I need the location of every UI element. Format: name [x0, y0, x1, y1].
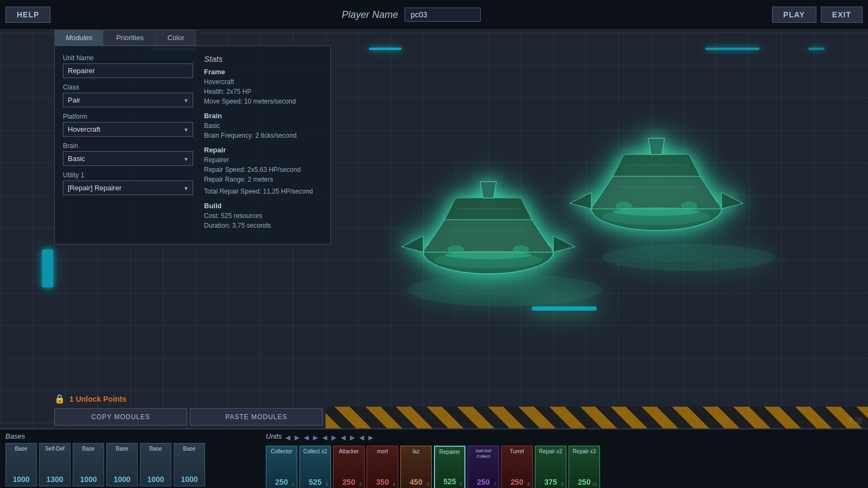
unit-card-laz-value: 450 [410, 478, 422, 486]
stat-frame-sub: Hovercraft [204, 77, 322, 87]
nav-arrow-left-3[interactable]: ◀ [321, 434, 328, 441]
unit-name-label: Unit Name [63, 54, 193, 62]
unlock-bar: 🔒 1 Unlock Points [54, 394, 126, 404]
unit-card-mort-value: 350 [376, 478, 388, 486]
svg-marker-4 [480, 182, 496, 198]
base-card-2-value: 1300 [46, 475, 63, 484]
unit-card-repairer-label: Repairer [439, 449, 460, 455]
unit-card-collector[interactable]: Collector 250 1 [266, 446, 297, 488]
unit-card-repairer-value: 525 [443, 477, 456, 486]
unit-card-collectx2-label: Collect x2 [303, 448, 327, 455]
stat-repair-speed: Repair Speed: 2x5,63 HP/second [204, 165, 322, 175]
tab-color[interactable]: Color [156, 30, 196, 46]
exit-button[interactable]: EXIT [821, 7, 863, 23]
stat-repair-total: Total Repair Speed: 11,25 HP/second [204, 187, 322, 196]
play-button[interactable]: PLAY [772, 7, 816, 23]
stat-brain: Brain Basic Brain Frequency: 2 ticks/sec… [204, 112, 322, 140]
base-card-5[interactable]: Base 1000 [140, 443, 171, 486]
nav-arrow-left-4[interactable]: ◀ [340, 434, 347, 441]
platform-label: Platform [63, 113, 193, 120]
unit-card-laz[interactable]: laz 450 5 [400, 446, 432, 488]
tab-modules[interactable]: Modules [54, 30, 104, 46]
base-card-4-value: 1000 [113, 475, 130, 484]
units-cards-row: Collector 250 1 Collect x2 525 2 Attacke… [266, 446, 863, 488]
paste-modules-button[interactable]: PASTE MODULES [190, 408, 323, 426]
unit-card-collector-index: 1 [292, 481, 295, 487]
unit-card-repairx3[interactable]: Repair x3 250 10 [569, 446, 600, 488]
help-button[interactable]: HELP [5, 7, 50, 23]
class-select-wrapper: Pair Single Triple [63, 93, 193, 107]
form-panel: Unit Name Class Pair Single Triple Platf… [54, 46, 331, 245]
nav-arrow-left-2[interactable]: ◀ [303, 434, 310, 441]
unit-card-repairer-index: 6 [459, 481, 462, 486]
unit-card-laz-label: laz [413, 448, 420, 455]
stat-brain-sub: Basic [204, 121, 322, 131]
nav-arrow-right-4[interactable]: ▶ [349, 434, 356, 441]
base-card-1[interactable]: Base 1000 [5, 443, 37, 486]
svg-point-25 [681, 202, 697, 210]
unit-card-selfdef[interactable]: Self-Def Collect 250 7 [468, 446, 499, 488]
svg-marker-6 [553, 236, 575, 252]
svg-point-27 [602, 244, 776, 271]
unit-card-mort-index: 4 [393, 481, 395, 487]
stat-repair-range: Repair Range: 2 meters [204, 175, 322, 184]
nav-arrow-left-5[interactable]: ◀ [358, 434, 365, 441]
platform-select[interactable]: Hovercraft Tank Drone [63, 122, 193, 137]
svg-marker-1 [423, 220, 553, 252]
unit-card-mort[interactable]: mort 350 4 [367, 446, 398, 488]
unit-card-turret[interactable]: Turret 250 8 [501, 446, 533, 488]
hovercraft-preview [353, 57, 841, 355]
unit-card-collectx2-value: 525 [309, 478, 321, 486]
base-card-6[interactable]: Base 1000 [174, 443, 205, 486]
top-bar-right: PLAY EXIT [772, 7, 863, 23]
unit-card-attacker[interactable]: Attacker 250 3 [333, 446, 365, 488]
unit-card-collectx2[interactable]: Collect x2 525 2 [299, 446, 331, 488]
preview-area [326, 30, 868, 428]
brain-select[interactable]: Basic Advanced [63, 151, 193, 166]
top-bar: HELP Player Name PLAY EXIT [0, 0, 868, 30]
base-card-4[interactable]: Base 1000 [106, 443, 138, 486]
nav-arrow-left-1[interactable]: ◀ [284, 434, 291, 441]
svg-marker-14 [591, 176, 722, 209]
utility1-select[interactable]: [Repair] Repairer [Attack] Laser [63, 181, 193, 195]
svg-marker-5 [401, 236, 423, 252]
utility1-label: Utility 1 [63, 171, 193, 179]
base-card-5-value: 1000 [147, 475, 164, 484]
stat-frame-health: Health: 2x75 HP [204, 87, 322, 97]
unit-card-repairer[interactable]: Repairer 525 6 [434, 446, 465, 488]
unit-card-collector-value: 250 [275, 478, 288, 486]
nav-arrow-right-2[interactable]: ▶ [312, 434, 319, 441]
class-select[interactable]: Pair Single Triple [63, 93, 193, 107]
units-label: Units [266, 432, 282, 440]
lock-icon: 🔒 [54, 394, 65, 404]
unit-card-repairx2-value: 375 [544, 478, 557, 486]
base-card-1-label: Base [15, 446, 28, 452]
unit-card-repairx3-value: 250 [578, 478, 590, 486]
unit-card-laz-index: 5 [426, 481, 429, 487]
stat-frame-title: Frame [204, 68, 322, 76]
unlock-text: 1 Unlock Points [69, 395, 126, 403]
svg-point-12 [513, 245, 529, 254]
base-card-6-label: Base [183, 446, 196, 452]
nav-arrow-right-1[interactable]: ▶ [293, 434, 301, 441]
utility1-select-wrapper: [Repair] Repairer [Attack] Laser [63, 181, 193, 195]
unit-card-repairx2[interactable]: Repair x2 375 9 [535, 446, 566, 488]
player-name-input[interactable] [405, 8, 481, 22]
base-card-3[interactable]: Base 1000 [73, 443, 104, 486]
bases-cards-row: Base 1000 Self-Def 1300 Base 1000 Base 1… [5, 443, 255, 486]
base-card-2-label: Self-Def [45, 446, 65, 452]
tab-priorities[interactable]: Priorities [105, 30, 155, 46]
base-card-2[interactable]: Self-Def 1300 [39, 443, 71, 486]
nav-arrow-right-5[interactable]: ▶ [367, 434, 374, 441]
unit-card-collector-label: Collector [271, 448, 292, 455]
unit-name-input[interactable] [63, 63, 193, 78]
copy-modules-button[interactable]: COPY MODULES [54, 408, 187, 426]
tabs-container: Modules Priorities Color [54, 30, 331, 46]
stat-build-title: Build [204, 202, 322, 210]
nav-arrow-right-3[interactable]: ▶ [330, 434, 337, 441]
svg-point-11 [448, 245, 464, 254]
top-bar-center: Player Name [342, 8, 481, 22]
unit-card-repairx3-index: 10 [592, 481, 597, 487]
unit-card-turret-value: 250 [510, 478, 523, 486]
unit-card-selfdef-value: 250 [477, 478, 489, 486]
